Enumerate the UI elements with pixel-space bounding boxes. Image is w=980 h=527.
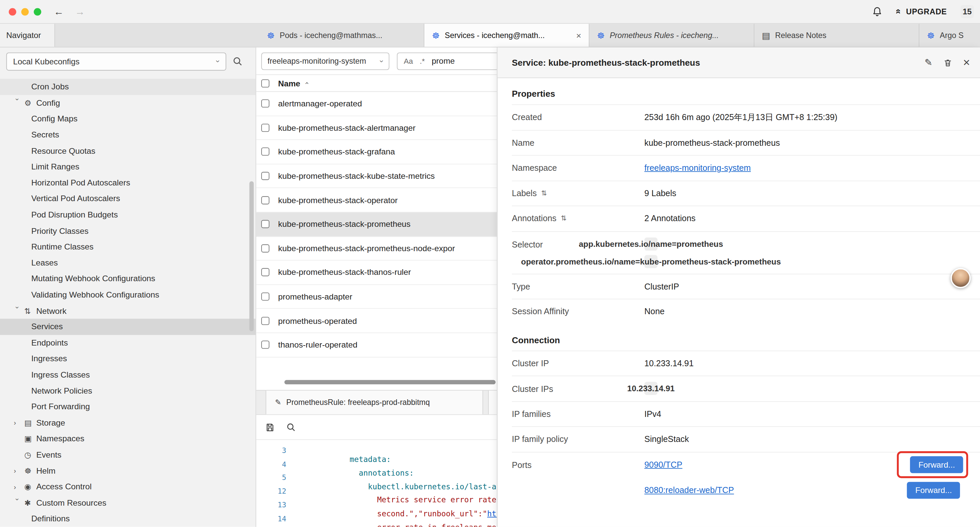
sidebar-item[interactable]: › ✱ Custom Resources [0,495,256,511]
service-row[interactable]: alertmanager-operated [256,92,497,116]
sidebar-item[interactable]: Services [0,318,256,334]
expander-icon[interactable]: ⇅ [561,215,566,223]
tab[interactable]: ☸ Pods - icecheng@mathmas... [259,24,425,47]
sidebar-item[interactable]: Priority Classes [0,223,256,239]
search-input[interactable]: Aa .* prome [397,52,497,69]
sidebar-item[interactable]: Mutating Webhook Configurations [0,271,256,287]
tab[interactable]: ▤ Release Notes [754,24,920,47]
match-case-toggle[interactable]: Aa [404,57,413,65]
row-checkbox[interactable] [261,317,269,325]
save-icon[interactable] [265,422,275,432]
tab[interactable]: ☸ Argo S [919,24,980,47]
sidebar-item[interactable]: Vertical Pod Autoscalers [0,191,256,207]
dock-tab-label: PrometheusRule: freeleaps-prod-rabbitmq [286,398,430,407]
forward-button[interactable]: Forward... [907,482,960,498]
config-icon: ⚙ [24,98,37,107]
port-row: 8080:reloader-web/TCP Forward... [644,478,963,503]
sidebar-item[interactable]: Config Maps [0,111,256,127]
row-checkbox[interactable] [261,196,269,204]
property-label-cell: IP families [512,409,644,419]
search-icon[interactable] [232,56,242,66]
sidebar-item-label: Runtime Classes [31,242,94,252]
row-checkbox[interactable] [261,220,269,228]
row-checkbox[interactable] [261,244,269,252]
service-row[interactable]: kube-prometheus-stack-prometheus [256,212,497,236]
sidebar-item[interactable]: › ⚙ Config [0,95,256,111]
sidebar-item[interactable]: Runtime Classes [0,239,256,255]
close-window-button[interactable] [9,8,16,15]
sidebar-item[interactable]: ▣ Namespaces [0,431,256,447]
notification-count-badge[interactable]: 15 [961,5,974,18]
tab[interactable]: ☸ Prometheus Rules - icecheng... [589,24,754,47]
horizontal-scrollbar[interactable] [285,380,496,384]
editor-dock-tab[interactable]: ✎ [488,390,497,414]
line-number: 4 [256,460,286,468]
sidebar-item[interactable]: ◷ Events [0,447,256,463]
regex-toggle[interactable]: .* [420,57,425,65]
port-link[interactable]: 9090/TCP [644,460,682,470]
row-checkbox[interactable] [261,124,269,132]
minimize-window-button[interactable] [21,8,29,15]
upgrade-button[interactable]: « UPGRADE [896,6,947,17]
service-row[interactable]: prometheus-operated [256,309,497,333]
service-row[interactable]: kube-prometheus-stack-prometheus-node-ex… [256,236,497,261]
close-tab-icon[interactable]: × [576,30,581,40]
delete-icon[interactable] [943,58,952,67]
port-link[interactable]: 8080:reloader-web/TCP [644,485,734,495]
row-checkbox[interactable] [261,99,269,107]
sidebar-item[interactable]: Cron Jobs [0,79,256,95]
service-row[interactable]: kube-prometheus-stack-alertmanager [256,116,497,140]
row-checkbox[interactable] [261,148,269,156]
row-checkbox[interactable] [261,172,269,180]
sidebar-item[interactable]: › ⇅ Network [0,303,256,318]
sidebar-item[interactable]: Resource Quotas [0,143,256,159]
sidebar-item[interactable]: Horizontal Pod Autoscalers [0,175,256,191]
kubeconfig-select[interactable]: Local Kubeconfigs › [6,52,226,70]
name-column-header[interactable]: Name [278,78,300,88]
sort-asc-icon[interactable]: › [302,82,310,84]
sidebar-item[interactable]: Secrets [0,127,256,143]
notifications-bell-icon[interactable] [872,6,883,17]
sidebar-item[interactable]: Ingresses [0,350,256,366]
sidebar-item[interactable]: › ☸ Helm [0,463,256,479]
sidebar-item[interactable]: Leases [0,255,256,271]
service-name: kube-prometheus-stack-prometheus [278,220,410,229]
namespace-filter-select[interactable]: freeleaps-monitoring-system › [261,52,389,69]
service-row[interactable]: kube-prometheus-stack-grafana [256,140,497,164]
row-checkbox[interactable] [261,269,269,277]
sidebar-item[interactable]: › ▤ Storage [0,415,256,431]
sidebar-item[interactable]: Port Forwarding [0,399,256,415]
sidebar-item-label: Events [37,450,62,459]
edit-icon[interactable]: ✎ [924,57,932,68]
search-icon[interactable] [286,423,296,432]
forward-button[interactable]: Forward... [910,456,963,473]
row-checkbox[interactable] [261,293,269,301]
service-row[interactable]: kube-prometheus-stack-operator [256,188,497,212]
sidebar-item[interactable]: Ingress Classes [0,366,256,382]
sidebar-item[interactable]: › ◉ Access Control [0,479,256,495]
row-checkbox[interactable] [261,341,269,349]
navigator-pane-tab[interactable]: Navigator [0,24,55,47]
value-link[interactable]: freeleaps-monitoring-system [644,164,751,173]
sidebar-item[interactable]: Endpoints [0,334,256,350]
sidebar-item[interactable]: Definitions [0,511,256,527]
sidebar-scrollbar[interactable] [250,181,254,331]
property-label: Namespace [512,164,557,173]
sidebar-item[interactable]: Validating Webhook Configurations [0,287,256,303]
service-row[interactable]: thanos-ruler-operated [256,333,497,357]
close-drawer-icon[interactable]: × [963,56,970,69]
back-button[interactable]: ← [54,6,64,18]
editor-dock-tab[interactable]: ✎ PrometheusRule: freeleaps-prod-rabbitm… [266,390,483,414]
sidebar-item[interactable]: Pod Disruption Budgets [0,207,256,223]
service-row[interactable]: kube-prometheus-stack-thanos-ruler [256,261,497,285]
forward-button[interactable]: → [75,6,85,18]
sidebar-item[interactable]: Network Policies [0,382,256,399]
sidebar-item[interactable]: Limit Ranges [0,159,256,175]
zoom-window-button[interactable] [34,8,41,15]
service-row[interactable]: prometheus-adapter [256,285,497,309]
namespaces-icon: ▣ [24,434,37,443]
tab[interactable]: ☸ Services - icecheng@math... × [424,24,589,47]
expander-icon[interactable]: ⇅ [541,189,547,197]
service-row[interactable]: kube-prometheus-stack-kube-state-metrics [256,164,497,188]
select-all-checkbox[interactable] [261,79,269,87]
